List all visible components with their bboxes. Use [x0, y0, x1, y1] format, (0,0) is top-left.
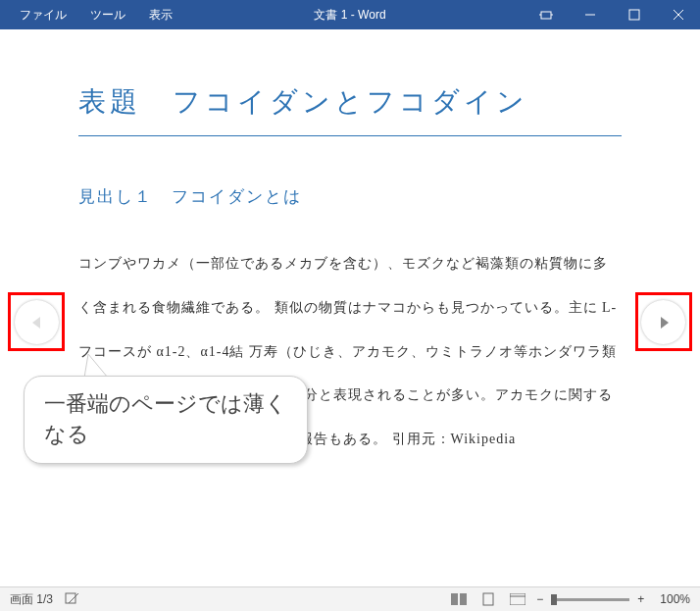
- annotation-callout: 一番端のページでは薄くなる: [24, 376, 308, 464]
- callout-text: 一番端のページでは薄くなる: [44, 389, 287, 450]
- document-heading: 見出し１ フコイダンとは: [78, 185, 622, 208]
- statusbar: 画面 1/3 − + 100%: [0, 586, 700, 611]
- triangle-right-icon: [656, 315, 672, 331]
- spellcheck-icon[interactable]: [65, 591, 80, 608]
- svg-rect-14: [483, 593, 493, 605]
- next-page-button[interactable]: [641, 300, 685, 344]
- svg-rect-12: [451, 593, 458, 605]
- zoom-percent[interactable]: 100%: [660, 592, 690, 606]
- minimize-button[interactable]: [568, 0, 612, 29]
- zoom-thumb[interactable]: [551, 594, 557, 605]
- svg-line-11: [69, 593, 78, 603]
- svg-rect-13: [460, 593, 467, 605]
- maximize-button[interactable]: [612, 0, 656, 29]
- window-controls: [524, 0, 700, 29]
- svg-rect-4: [629, 10, 639, 20]
- triangle-left-icon: [29, 315, 45, 331]
- zoom-in-button[interactable]: +: [637, 592, 644, 606]
- menu-bar: ファイル ツール 表示: [0, 1, 184, 29]
- menu-file[interactable]: ファイル: [8, 1, 78, 29]
- svg-rect-15: [510, 593, 525, 605]
- menu-tools[interactable]: ツール: [78, 1, 137, 29]
- web-layout-button[interactable]: [507, 590, 528, 608]
- menu-view[interactable]: 表示: [137, 1, 184, 29]
- zoom-slider[interactable]: [551, 598, 629, 601]
- status-left: 画面 1/3: [10, 591, 80, 608]
- read-mode-button[interactable]: [448, 590, 470, 608]
- print-layout-button[interactable]: [477, 590, 499, 608]
- zoom-out-button[interactable]: −: [536, 592, 543, 606]
- prev-page-button[interactable]: [15, 300, 59, 344]
- content-area: 表題 フコイダンとフコダイン 見出し１ フコイダンとは コンブやワカメ（一部位で…: [0, 29, 700, 586]
- status-right: − + 100%: [448, 590, 690, 608]
- titlebar: ファイル ツール 表示 文書 1 - Word: [0, 0, 700, 29]
- svg-marker-7: [32, 317, 40, 329]
- page-indicator[interactable]: 画面 1/3: [10, 591, 53, 608]
- svg-rect-0: [541, 12, 551, 19]
- svg-marker-8: [661, 317, 669, 329]
- document-title: 表題 フコイダンとフコダイン: [78, 83, 622, 136]
- ribbon-display-button[interactable]: [524, 0, 568, 29]
- close-button[interactable]: [656, 0, 700, 29]
